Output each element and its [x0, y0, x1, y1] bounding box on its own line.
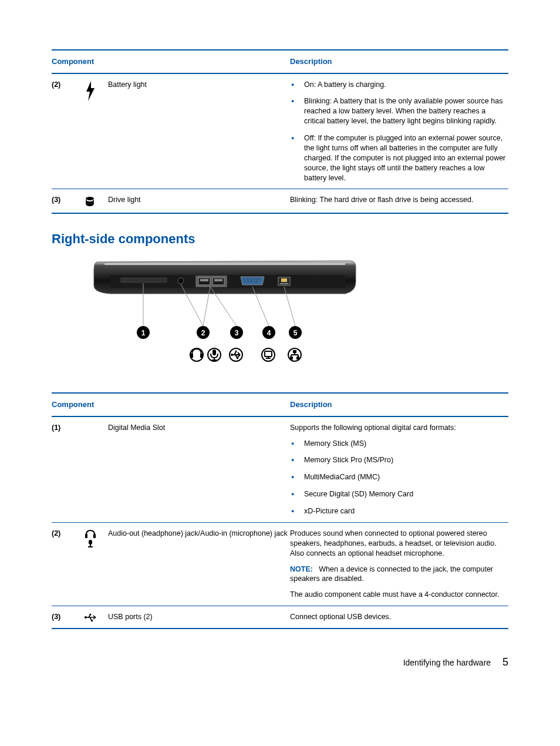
bottom-header-component: Component — [52, 393, 290, 416]
usb-icon — [85, 606, 108, 629]
table-row: (1) Digital Media Slot Supports the foll… — [52, 416, 508, 523]
svg-text:4: 4 — [267, 329, 271, 337]
svg-point-20 — [257, 281, 258, 282]
component-description: On: A battery is charging. Blinking: A b… — [290, 73, 508, 189]
component-name: Audio-out (headphone) jack/Audio-in (mic… — [108, 522, 290, 606]
bullet-item: Off: If the computer is plugged into an … — [290, 133, 506, 183]
svg-point-14 — [255, 278, 257, 280]
svg-point-70 — [85, 616, 87, 619]
bullet-item: Secure Digital (SD) Memory Card — [290, 489, 506, 499]
row-number: (2) — [52, 73, 85, 189]
no-icon — [85, 416, 108, 523]
component-name: USB ports (2) — [108, 606, 290, 629]
component-name: Battery light — [108, 73, 290, 189]
top-header-description: Description — [290, 50, 508, 73]
svg-point-13 — [252, 278, 254, 280]
top-header-component: Component — [52, 50, 290, 73]
battery-bolt-icon — [85, 73, 108, 189]
bullet-item: On: A battery is charging. — [290, 80, 506, 90]
svg-point-17 — [248, 281, 249, 282]
svg-rect-57 — [293, 350, 296, 353]
svg-rect-3 — [121, 278, 167, 283]
right-side-components-table: Component Description (1) Digital Media … — [52, 392, 508, 629]
note-label: NOTE: — [290, 565, 313, 573]
svg-rect-23 — [280, 283, 288, 284]
component-description: Produces sound when connected to optiona… — [290, 522, 508, 606]
table-row: (2) Audio-out (headphone) jack/Audio-in … — [52, 522, 508, 606]
bottom-header-description: Description — [290, 393, 508, 416]
bullet-item: Memory Stick Pro (MS/Pro) — [290, 455, 506, 465]
svg-rect-59 — [296, 357, 299, 359]
svg-rect-1 — [104, 263, 345, 265]
svg-point-12 — [249, 278, 251, 280]
svg-point-71 — [90, 614, 92, 616]
top-components-table: Component Description (2) Battery light … — [52, 49, 508, 214]
note-line: NOTE: When a device is connected to the … — [290, 564, 506, 584]
svg-rect-22 — [281, 278, 287, 282]
section-heading: Right-side components — [52, 230, 508, 248]
table-row: (2) Battery light On: A battery is charg… — [52, 73, 508, 189]
svg-point-16 — [245, 281, 246, 282]
headphone-mic-icon — [85, 522, 108, 606]
svg-text:1: 1 — [141, 329, 146, 337]
svg-point-15 — [258, 278, 259, 280]
drive-icon — [85, 189, 108, 214]
table-row: (3) Drive light Blinking: The hard drive… — [52, 189, 508, 214]
component-name: Drive light — [108, 189, 290, 214]
row-number: (3) — [52, 189, 85, 214]
page-footer: Identifying the hardware 5 — [52, 655, 508, 669]
row-number: (1) — [52, 416, 85, 523]
table-row: (3) USB ports (2) Connect optional USB d… — [52, 606, 508, 629]
svg-rect-65 — [93, 534, 96, 538]
svg-point-19 — [254, 281, 255, 282]
bullet-item: xD-Picture card — [290, 506, 506, 516]
svg-rect-9 — [214, 279, 222, 281]
bullet-item: Memory Stick (MS) — [290, 439, 506, 449]
svg-rect-53 — [265, 351, 272, 357]
desc-intro: Supports the following optional digital … — [290, 423, 506, 433]
svg-text:3: 3 — [235, 329, 239, 337]
row-number: (3) — [52, 606, 85, 629]
svg-rect-72 — [91, 620, 93, 621]
svg-point-18 — [251, 281, 252, 282]
svg-point-10 — [244, 278, 245, 280]
svg-rect-58 — [290, 357, 293, 359]
row-number: (2) — [52, 522, 85, 606]
svg-point-0 — [86, 197, 94, 200]
footer-text: Identifying the hardware — [403, 658, 491, 667]
svg-point-4 — [178, 278, 184, 284]
svg-rect-44 — [212, 350, 216, 355]
svg-rect-51 — [237, 357, 238, 359]
right-side-laptop-figure: 1 2 3 4 5 — [93, 258, 508, 376]
bullet-item: MultiMediaCard (MMC) — [290, 472, 506, 482]
svg-text:5: 5 — [294, 329, 298, 337]
svg-point-50 — [235, 351, 237, 352]
desc-text: Produces sound when connected to optiona… — [290, 529, 506, 559]
svg-point-49 — [231, 354, 233, 356]
desc-text: The audio component cable must have a 4-… — [290, 590, 506, 600]
svg-point-52 — [262, 348, 275, 361]
svg-rect-42 — [200, 354, 203, 358]
svg-rect-66 — [89, 540, 92, 545]
component-description: Blinking: The hard drive or flash drive … — [290, 189, 508, 214]
svg-rect-41 — [191, 354, 193, 358]
component-description: Connect optional USB devices. — [290, 606, 508, 629]
page-number: 5 — [502, 656, 508, 668]
svg-rect-8 — [200, 279, 208, 281]
component-name: Digital Media Slot — [108, 416, 290, 523]
svg-rect-64 — [85, 534, 87, 538]
svg-point-11 — [247, 278, 248, 280]
svg-text:2: 2 — [201, 329, 205, 337]
note-text: When a device is connected to the jack, … — [290, 565, 493, 583]
bullet-item: Blinking: A battery that is the only ava… — [290, 96, 506, 126]
component-description: Supports the following optional digital … — [290, 416, 508, 523]
